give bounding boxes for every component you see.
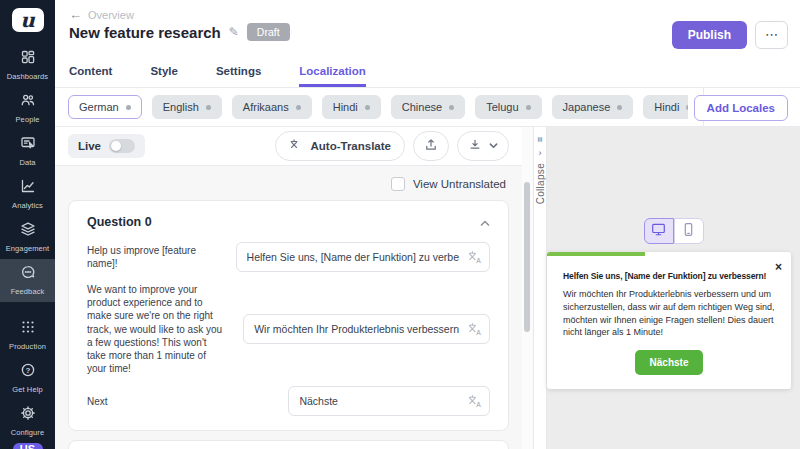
edit-title-icon[interactable]: ✎ [229, 25, 239, 39]
locale-chip-chinese[interactable]: Chinese [391, 95, 465, 119]
svg-text:A: A [476, 257, 481, 264]
translation-row: Help us improve [feature name]! Helfen S… [87, 242, 490, 272]
locale-chip-afrikaans[interactable]: Afrikaans [232, 95, 312, 119]
translate-icon[interactable]: A [467, 250, 482, 265]
gear-icon [20, 405, 36, 425]
sidebar-item-production[interactable]: Production [0, 314, 55, 357]
locale-status-dot [449, 105, 454, 110]
locale-status-dot [126, 105, 131, 110]
locale-chip-hindi-2[interactable]: Hindi [643, 95, 688, 119]
translation-input[interactable]: Helfen Sie uns, [Name der Funktion] zu v… [236, 242, 490, 272]
locale-status-dot [296, 105, 301, 110]
survey-preview-card: × Helfen Sie uns, [Name der Funktion] zu… [547, 252, 791, 389]
drag-handle-icon: ≡ [535, 137, 544, 142]
question-card-2: Question 2 What are your main use cases … [68, 440, 509, 449]
user-avatar[interactable]: US [13, 443, 43, 449]
status-badge: Draft [247, 23, 290, 41]
avatar-initials: US [20, 443, 35, 449]
tab-style[interactable]: Style [150, 65, 178, 87]
locale-chip-list: German English Afrikaans Hindi Chinese T… [68, 88, 688, 126]
collapse-label: Collapse [535, 163, 546, 204]
translate-icon[interactable]: A [467, 322, 482, 337]
translation-row: We want to improve your product experien… [87, 283, 490, 375]
survey-body-text: Wir möchten Ihr Produkterlebnis verbesse… [563, 288, 775, 339]
locale-status-dot [526, 105, 531, 110]
view-untranslated-label: View Untranslated [413, 178, 506, 190]
source-text: We want to improve your product experien… [87, 283, 227, 375]
sidebar-item-label: Production [9, 342, 46, 351]
translate-icon[interactable]: A [467, 394, 482, 409]
dashboards-icon [20, 49, 36, 69]
locale-chip-german[interactable]: German [68, 95, 142, 119]
sidebar-item-feedback[interactable]: Feedback [0, 259, 55, 302]
breadcrumb[interactable]: ← Overview [69, 7, 134, 22]
view-untranslated-checkbox[interactable] [391, 177, 405, 191]
phone-icon [681, 222, 696, 241]
sidebar-item-engagement[interactable]: Engagement [0, 216, 55, 259]
upload-button[interactable] [413, 131, 449, 161]
engagement-icon [20, 221, 36, 241]
desktop-preview-button[interactable] [644, 218, 674, 244]
sidebar-item-configure[interactable]: Configure [0, 400, 55, 443]
view-untranslated-control[interactable]: View Untranslated [68, 177, 506, 191]
tab-settings[interactable]: Settings [216, 65, 261, 87]
locale-status-dot [617, 105, 622, 110]
locale-chip-english[interactable]: English [152, 95, 222, 119]
localization-toolbar: Live A Auto-Translate [55, 127, 522, 166]
page-header: ← Overview New feature research ✎ Draft … [55, 0, 800, 55]
auto-translate-button[interactable]: A Auto-Translate [275, 131, 405, 161]
breadcrumb-label[interactable]: Overview [88, 9, 134, 21]
live-toggle-group: Live [68, 134, 145, 158]
mobile-preview-button[interactable] [674, 218, 704, 244]
live-label: Live [78, 140, 101, 152]
add-locales-button[interactable]: Add Locales [694, 95, 788, 121]
tab-content[interactable]: Content [69, 65, 112, 87]
app-logo[interactable]: u [12, 8, 44, 32]
close-icon[interactable]: × [775, 260, 782, 274]
data-icon [20, 135, 36, 155]
sidebar-item-label: Feedback [11, 287, 45, 296]
sidebar-item-label: Get Help [12, 385, 42, 394]
analytics-icon [20, 178, 36, 198]
sidebar-item-data[interactable]: Data [0, 130, 55, 173]
locale-status-dot [365, 105, 370, 110]
more-options-button[interactable]: ⋯ [755, 21, 788, 49]
source-text: Next [87, 395, 272, 408]
more-options-icon: ⋯ [765, 27, 778, 42]
sidebar-item-get-help[interactable]: ? Get Help [0, 357, 55, 400]
sidebar-item-people[interactable]: People [0, 87, 55, 130]
collapse-preview-strip[interactable]: ≡ › Collapse [533, 127, 547, 449]
translation-input[interactable]: Nächste A [288, 386, 490, 416]
download-button[interactable] [457, 131, 509, 161]
monitor-icon [651, 222, 666, 241]
collapse-section-icon[interactable] [480, 213, 490, 231]
translation-row: Next Nächste A [87, 386, 490, 416]
help-icon: ? [20, 362, 36, 382]
question-title: Question 0 [87, 215, 152, 229]
survey-next-button[interactable]: Nächste [635, 350, 704, 375]
live-toggle[interactable] [109, 139, 135, 153]
scrollbar-thumb[interactable] [524, 182, 530, 332]
device-toggle [644, 218, 704, 244]
source-text: Help us improve [feature name]! [87, 244, 220, 270]
tab-localization[interactable]: Localization [299, 65, 365, 87]
locales-bar: German English Afrikaans Hindi Chinese T… [55, 88, 800, 127]
translation-input[interactable]: Wir möchten Ihr Produkterlebnis verbesse… [243, 314, 490, 344]
sidebar-item-label: Data [19, 158, 35, 167]
locale-chip-japanese[interactable]: Japanese [552, 95, 634, 119]
chevron-down-icon [489, 140, 498, 152]
page-title: New feature research [69, 24, 221, 41]
sidebar-item-analytics[interactable]: Analytics [0, 173, 55, 216]
back-arrow-icon[interactable]: ← [69, 7, 82, 22]
download-icon [468, 138, 482, 154]
locale-chip-hindi[interactable]: Hindi [322, 95, 381, 119]
chevron-right-icon: › [539, 149, 542, 158]
locale-chip-telugu[interactable]: Telugu [475, 95, 541, 119]
sidebar-item-dashboards[interactable]: Dashboards [0, 44, 55, 87]
svg-text:A: A [476, 401, 481, 408]
sidebar-item-label: Dashboards [7, 72, 48, 81]
sidebar-item-label: Analytics [12, 201, 43, 210]
publish-button[interactable]: Publish [672, 21, 747, 49]
sidebar-item-label: People [16, 115, 40, 124]
preview-panel: × Helfen Sie uns, [Name der Funktion] zu… [547, 127, 800, 449]
